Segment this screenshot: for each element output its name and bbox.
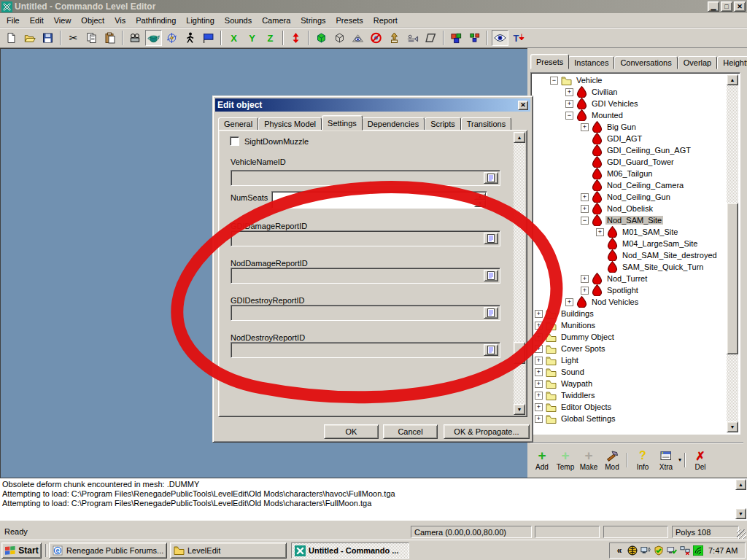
string-picker-button[interactable] [484, 270, 498, 281]
make-button[interactable]: +Make [577, 446, 600, 474]
expand-icon[interactable]: + [581, 205, 589, 213]
tree-item-spotlight[interactable]: +Spotlight [533, 284, 727, 296]
tree-item-nod-vehicles[interactable]: +Nod Vehicles [533, 296, 727, 308]
tree-item-m04-largesam-site[interactable]: +M04_LargeSam_Site [533, 238, 727, 249]
collapse-icon[interactable]: − [565, 112, 573, 120]
tree-item-nod-turret[interactable]: +Nod_Turret [533, 273, 727, 284]
scroll-thumb[interactable] [727, 203, 738, 354]
x-axis-icon[interactable]: X [225, 30, 242, 46]
mod-button[interactable]: Mod [600, 446, 624, 474]
tree-item-nod-obelisk[interactable]: +Nod_Obelisk [533, 203, 727, 214]
expand-icon[interactable]: + [565, 88, 573, 96]
text-label-icon[interactable]: T [510, 30, 527, 46]
orbit-gizmo-icon[interactable] [163, 30, 180, 46]
tree-item-vehicle[interactable]: −Vehicle [533, 74, 727, 86]
expand-icon[interactable]: + [565, 100, 573, 108]
tree-item-big-gun[interactable]: +Big Gun [533, 121, 727, 133]
no-vis-icon[interactable] [368, 30, 384, 46]
expand-icon[interactable]: + [535, 368, 543, 376]
dialog-tab-settings[interactable]: Settings [322, 115, 363, 131]
expand-icon[interactable]: + [581, 287, 589, 295]
expand-icon[interactable]: + [535, 415, 543, 423]
collapse-icon[interactable]: − [581, 217, 589, 225]
expand-icon[interactable]: + [535, 403, 543, 411]
scroll-down-icon[interactable]: ▼ [727, 421, 738, 432]
tree-item-gdi-ceiling-gun-agt[interactable]: +GDI_Ceiling_Gun_AGT [533, 144, 727, 156]
resize-grip[interactable] [737, 529, 746, 539]
cut-icon[interactable]: ✂ [65, 30, 82, 46]
task-untitled-commando-[interactable]: Untitled - Commando ... [291, 542, 409, 559]
tree-item-nod-ceiling-camera[interactable]: +Nod_Ceiling_Camera [533, 179, 727, 191]
noddestroyreportid-input[interactable] [231, 342, 500, 358]
dialog-scroll-thumb[interactable] [514, 342, 525, 364]
menu-report[interactable]: Report [368, 15, 403, 26]
add-button[interactable]: +Add [530, 446, 554, 474]
expand-icon[interactable]: + [581, 275, 589, 283]
expand-icon[interactable]: + [581, 123, 589, 131]
paste-icon[interactable] [101, 30, 118, 46]
tree-item-global-settings[interactable]: +Global Settings [533, 413, 727, 424]
expand-icon[interactable]: + [535, 322, 543, 330]
expand-icon[interactable]: + [535, 392, 543, 400]
log-scroll-down-icon[interactable]: ▼ [735, 508, 746, 519]
collapse-icon[interactable]: − [550, 77, 558, 85]
string-picker-button[interactable] [484, 307, 498, 319]
task-renegade-public-forums-[interactable]: eRenegade Public Forums... [49, 542, 167, 559]
tab-heightfield[interactable]: Heightfield [717, 56, 747, 69]
copy-icon[interactable] [83, 30, 100, 46]
vehiclenameid-input[interactable] [231, 170, 500, 186]
log-scrollbar[interactable]: ▲ ▼ [735, 479, 746, 519]
menu-presets[interactable]: Presets [331, 15, 368, 26]
gdidestroyreportid-input[interactable] [231, 305, 500, 321]
hide-icons-chevron[interactable]: « [614, 545, 625, 556]
walkthrough-icon[interactable] [182, 30, 198, 46]
dialog-tab-general[interactable]: General [218, 117, 258, 131]
vis-eye-icon[interactable] [349, 30, 366, 46]
temp-button[interactable]: +Temp [554, 446, 577, 474]
dialog-tab-transitions[interactable]: Transitions [461, 117, 511, 131]
menu-view[interactable]: View [49, 15, 77, 26]
expand-icon[interactable]: + [565, 298, 573, 306]
teapot-object-icon[interactable] [145, 30, 162, 46]
numseats-spinner[interactable]: ▲▼ [271, 191, 487, 209]
z-axis-icon[interactable]: Z [262, 30, 279, 46]
dialog-scroll-down-icon[interactable]: ▼ [514, 404, 525, 415]
ok-propagate--button[interactable]: OK & Propagate... [444, 424, 530, 439]
dialog-tab-physics-model[interactable]: Physics Model [258, 117, 322, 131]
dialog-close-icon[interactable]: ✕ [518, 101, 528, 110]
expand-icon[interactable]: + [535, 310, 543, 318]
tree-item-m06-tailgun[interactable]: +M06_Tailgun [533, 168, 727, 179]
dialog-tab-dependencies[interactable]: Dependencies [362, 117, 425, 131]
tree-item-m01-sam-site[interactable]: +M01_SAM_Site [533, 226, 727, 238]
spinner-up-icon[interactable]: ▲ [474, 192, 486, 200]
tree-scrollbar[interactable]: ▲ ▼ [727, 74, 738, 432]
goto-object-icon[interactable] [386, 30, 403, 46]
security-shield-icon[interactable] [653, 545, 665, 556]
dialog-scrollbar[interactable]: ▲ ▼ [514, 132, 525, 415]
tree-item-buildings[interactable]: +Buildings [533, 308, 727, 319]
menu-strings[interactable]: Strings [295, 15, 330, 26]
expand-icon[interactable]: + [535, 345, 543, 353]
globe-icon[interactable] [627, 545, 638, 556]
rgb-cubes-icon[interactable] [448, 30, 465, 46]
menu-file[interactable]: File [1, 15, 25, 26]
tree-item-waypath[interactable]: +Waypath [533, 378, 727, 389]
display-signal-icon[interactable] [640, 545, 651, 556]
tree-item-light[interactable]: +Light [533, 354, 727, 366]
tree-item-editor-objects[interactable]: +Editor Objects [533, 401, 727, 413]
dialog-scroll-track[interactable] [514, 143, 525, 404]
expand-icon[interactable]: + [535, 380, 543, 388]
save-icon[interactable] [39, 30, 56, 46]
tree-item-nod-sam-site[interactable]: −Nod_SAM_Site [533, 214, 727, 226]
gdidamagereportid-input[interactable] [231, 230, 500, 246]
minimize-button[interactable]: ▁ [708, 1, 719, 12]
y-axis-icon[interactable]: Y [244, 30, 260, 46]
menu-pathfinding[interactable]: Pathfinding [131, 15, 181, 26]
display-ok-icon[interactable] [666, 545, 678, 556]
expand-icon[interactable]: + [596, 228, 604, 236]
tree-item-nod-sam-site-destroyed[interactable]: +Nod_SAM_Site_destroyed [533, 249, 727, 261]
tree-item-gdi-guard-tower[interactable]: +GDI_Guard_Tower [533, 156, 727, 168]
string-picker-button[interactable] [484, 172, 498, 184]
menu-edit[interactable]: Edit [25, 15, 49, 26]
flag-icon[interactable] [200, 30, 217, 46]
